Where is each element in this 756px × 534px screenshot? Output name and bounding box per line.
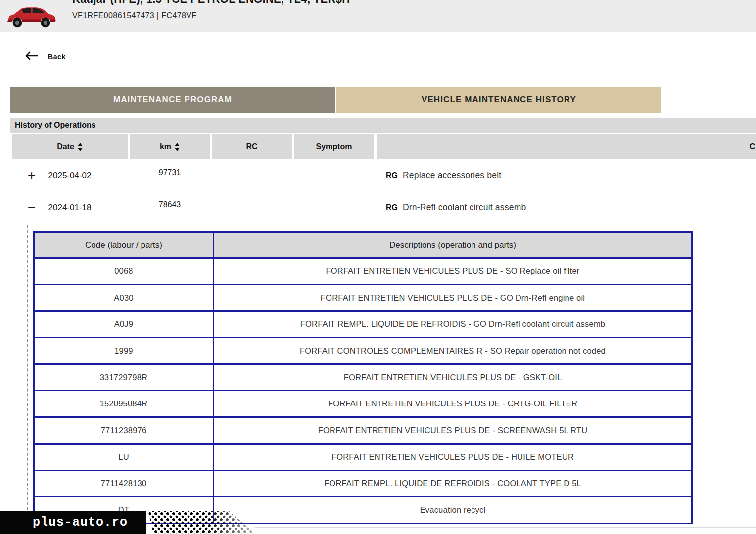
tree-connector-dashed-line [27,225,28,515]
details-row: 7711238976 FORFAIT ENTRETIEN VEHICULES P… [34,417,692,444]
details-row: A030 FORFAIT ENTRETIEN VEHICULES PLUS DE… [34,284,692,311]
tab-maintenance-program-label: MAINTENANCE PROGRAM [113,95,232,105]
tab-vehicle-maintenance-history-label: VEHICLE MAINTENANCE HISTORY [422,95,576,105]
vehicle-photo-red-suv [3,1,58,32]
operation-details-table: Code (labour / parts) Descriptions (oper… [33,231,693,524]
column-header-km[interactable]: km [130,134,210,159]
column-header-rc: RC [212,134,292,159]
vehicle-title: Kadjar (HFE), 1.3 TCE PETROL ENGINE, TL4… [72,0,350,6]
vehicle-vin-plate: VF1RFE00861547473 | FC478VF [72,11,197,20]
bottom-divider [255,527,756,528]
details-row: 7711428130 FORFAIT REMPL. LIQUIDE DE REF… [34,470,692,497]
vehicle-maintenance-page: Kadjar (HFE), 1.3 TCE PETROL ENGINE, TL4… [0,0,756,534]
operation-km: 97731 [130,156,210,188]
details-description: FORFAIT ENTRETIEN VEHICULES PLUS DE - GO… [214,284,692,311]
column-header-date[interactable]: Date [12,134,128,159]
sort-icon[interactable] [78,143,83,151]
column-header-date-label: Date [57,142,74,151]
operation-row: − 2024-01-18 78643 RG Drn-Refl coolant c… [0,191,756,223]
details-header-code: Code (labour / parts) [34,232,214,258]
details-row: LU FORFAIT ENTRETIEN VEHICULES PLUS DE -… [34,444,692,470]
details-description: FORFAIT REMPL. LIQUIDE DE REFROIDIS - GO… [214,311,692,338]
details-code: 7711238976 [34,417,214,444]
details-code: A030 [34,284,214,311]
details-description: FORFAIT ENTRETIEN VEHICULES PLUS DE - SO… [214,258,692,285]
operation-date: 2025-04-02 [12,159,128,191]
operation-code-badge: RG [386,203,398,212]
row-divider [12,223,756,223]
details-description: FORFAIT ENTRETIEN VEHICULES PLUS DE - GS… [214,364,692,391]
details-description: FORFAIT ENTRETIEN VEHICULES PLUS DE - SC… [214,417,692,444]
column-header-symptom-label: Symptom [316,142,352,151]
column-header-rc-label: RC [246,142,257,151]
operation-label: Drn-Refl coolant circuit assemb [403,202,526,213]
details-description: FORFAIT ENTRETIEN VEHICULES PLUS DE - HU… [214,444,692,470]
details-row: 331729798R FORFAIT ENTRETIEN VEHICULES P… [34,364,692,391]
operation-description: RG Replace accessories belt [386,159,501,191]
details-description: FORFAIT REMPL. LIQUIDE DE REFROIDIS - CO… [214,470,692,497]
details-row: 0068 FORFAIT ENTRETIEN VEHICULES PLUS DE… [34,258,692,285]
details-code: 0068 [34,258,214,285]
column-header-symptom: Symptom [294,134,374,159]
details-row: A0J9 FORFAIT REMPL. LIQUIDE DE REFROIDIS… [34,311,692,338]
column-header-clipped: C [377,134,756,159]
history-of-operations-band: History of Operations [10,118,756,133]
back-button[interactable]: Back [25,51,66,62]
details-description: FORFAIT ENTRETIEN VEHICULES PLUS DE - CR… [214,391,692,417]
details-code: 331729798R [34,364,214,391]
details-description: Evacuation recycl [214,497,692,524]
details-code: LU [34,444,214,470]
details-code: A0J9 [34,311,214,338]
details-code: 7711428130 [34,470,214,497]
details-description: FORFAIT CONTROLES COMPLEMENTAIRES R - SO… [214,338,692,364]
column-header-km-label: km [160,142,171,151]
details-code: 1999 [34,338,214,364]
sort-icon[interactable] [175,143,180,151]
tab-maintenance-program[interactable]: MAINTENANCE PROGRAM [10,87,335,113]
details-row: 1999 FORFAIT CONTROLES COMPLEMENTAIRES R… [34,338,692,364]
details-header-description: Descriptions (operation and parts) [214,232,692,258]
operation-km: 78643 [130,188,210,221]
details-code: 152095084R [34,391,214,417]
history-of-operations-title: History of Operations [15,121,96,130]
arrow-left-icon [25,51,38,62]
tab-vehicle-maintenance-history[interactable]: VEHICLE MAINTENANCE HISTORY [336,87,662,113]
column-header-clipped-label: C [749,142,755,151]
operation-label: Replace accessories belt [403,170,501,180]
operation-row: + 2025-04-02 97731 RG Replace accessorie… [0,159,756,191]
back-label: Back [48,53,66,61]
operation-description: RG Drn-Refl coolant circuit assemb [386,191,526,223]
watermark-bar: plus-auto.ro [0,511,146,534]
details-row: 152095084R FORFAIT ENTRETIEN VEHICULES P… [34,391,692,417]
vehicle-header-band: Kadjar (HFE), 1.3 TCE PETROL ENGINE, TL4… [0,0,756,32]
operation-date: 2024-01-18 [12,191,128,223]
operation-code-badge: RG [386,171,398,180]
watermark-label: plus-auto.ro [33,515,128,530]
